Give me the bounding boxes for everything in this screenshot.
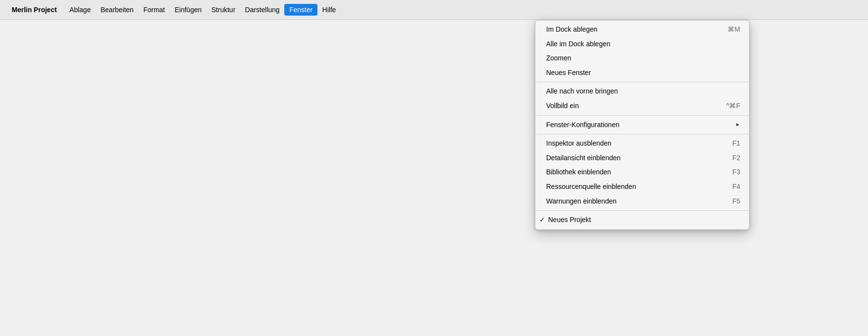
menu-item-label: Alle nach vorne bringen [546, 87, 618, 96]
menu-item-label: Zoomen [546, 54, 571, 63]
menubar-item-format[interactable]: Format [138, 4, 170, 16]
menu-item-inspektor-ausblenden[interactable]: Inspektor ausblenden F1 [535, 136, 749, 151]
menu-item-label: Neues Projekt [548, 215, 591, 225]
fenster-dropdown-menu: Im Dock ablegen ⌘M Alle im Dock ablegen … [535, 20, 750, 230]
menubar-item-darstellung[interactable]: Darstellung [240, 4, 285, 16]
menu-item-im-dock-ablegen[interactable]: Im Dock ablegen ⌘M [535, 22, 749, 37]
menu-item-alle-nach-vorne-bringen[interactable]: Alle nach vorne bringen [535, 84, 749, 99]
menu-item-ressourcenquelle-einblenden[interactable]: Ressourcenquelle einblenden F4 [535, 180, 749, 194]
menu-item-fenster-konfigurationen[interactable]: Fenster-Konfigurationen ► [535, 118, 749, 132]
menu-item-alle-im-dock-ablegen[interactable]: Alle im Dock ablegen [535, 37, 749, 52]
menubar: Merlin Project Ablage Bearbeiten Format … [0, 0, 868, 20]
menubar-item-bearbeiten[interactable]: Bearbeiten [96, 4, 138, 16]
menu-item-label: Warnungen einblenden [546, 197, 616, 206]
menu-item-shortcut: ^⌘F [726, 101, 740, 111]
menu-separator-1 [535, 82, 749, 82]
app-name[interactable]: Merlin Project [12, 6, 57, 14]
menu-item-label: Fenster-Konfigurationen [546, 120, 619, 130]
menu-item-shortcut: F2 [732, 153, 740, 163]
menubar-item-ablage[interactable]: Ablage [65, 4, 96, 16]
menu-item-vollbild-ein[interactable]: Vollbild ein ^⌘F [535, 99, 749, 113]
menu-item-label: Bibliothek einblenden [546, 168, 611, 177]
menu-item-label: Neues Fenster [546, 68, 591, 78]
menu-item-shortcut: F3 [732, 168, 740, 177]
menu-item-label: Im Dock ablegen [546, 25, 597, 35]
menubar-item-hilfe[interactable]: Hilfe [317, 4, 341, 16]
menu-item-label: Ressourcenquelle einblenden [546, 182, 636, 192]
menu-separator-4 [535, 210, 749, 211]
menu-item-shortcut: F5 [732, 197, 740, 206]
menu-item-neues-projekt[interactable]: ✓ Neues Projekt [535, 213, 749, 227]
menu-item-label: Vollbild ein [546, 101, 579, 111]
menu-item-zoomen[interactable]: Zoomen [535, 51, 749, 66]
submenu-arrow-icon: ► [735, 121, 740, 128]
menubar-item-einfuegen[interactable]: Einfügen [170, 4, 206, 16]
menu-item-label: Detailansicht einblenden [546, 153, 621, 163]
menu-item-shortcut: F1 [732, 139, 740, 149]
checkmark-icon: ✓ [539, 215, 545, 225]
menu-item-label: Inspektor ausblenden [546, 139, 612, 149]
menu-item-warnungen-einblenden[interactable]: Warnungen einblenden F5 [535, 194, 749, 209]
menu-item-shortcut: F4 [732, 182, 740, 192]
menu-item-shortcut: ⌘M [728, 25, 740, 35]
menubar-item-fenster[interactable]: Fenster [284, 4, 317, 16]
menu-item-label: Alle im Dock ablegen [546, 39, 611, 49]
menubar-item-struktur[interactable]: Struktur [207, 4, 240, 16]
menu-item-detailansicht-einblenden[interactable]: Detailansicht einblenden F2 [535, 151, 749, 166]
menu-item-bibliothek-einblenden[interactable]: Bibliothek einblenden F3 [535, 165, 749, 180]
menu-separator-3 [535, 134, 749, 134]
menu-separator-2 [535, 115, 749, 116]
menu-item-neues-fenster[interactable]: Neues Fenster [535, 66, 749, 80]
